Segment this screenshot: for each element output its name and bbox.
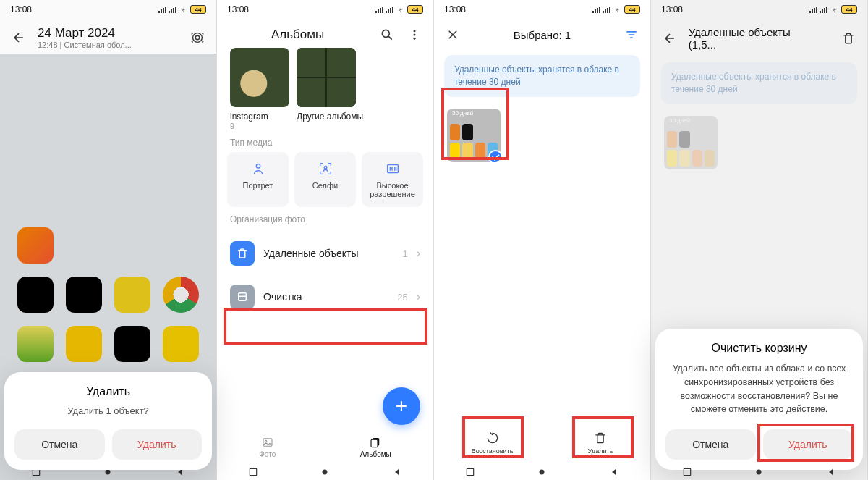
org-cleanup[interactable]: Очистка 25 › — [217, 275, 433, 319]
battery-icon: 44 — [190, 5, 206, 14]
tab-photos[interactable]: Фото — [259, 436, 276, 458]
org-label: Удаленные объекты — [263, 248, 393, 259]
battery-icon: 44 — [407, 5, 423, 14]
battery-icon: 44 — [624, 5, 640, 14]
svg-point-7 — [414, 38, 416, 40]
panel-delete-photo: 13:08 44 24 Март 2024 12:48 | Системная … — [0, 0, 217, 480]
nav-recent-icon[interactable] — [248, 467, 258, 477]
svg-point-5 — [414, 30, 416, 32]
nav-back-icon[interactable] — [826, 467, 836, 477]
nav-bar — [651, 464, 867, 480]
media-highres[interactable]: Высокое разрешение — [362, 152, 423, 207]
album-name: instagram — [230, 111, 289, 122]
media-portrait[interactable]: Портрет — [227, 152, 289, 207]
tab-albums[interactable]: Альбомы — [360, 436, 391, 458]
back-icon[interactable] — [10, 29, 27, 46]
deleted-thumbnail[interactable]: 30 дней — [447, 109, 501, 162]
svg-point-0 — [193, 33, 203, 43]
media-selfie[interactable]: Селфи — [294, 152, 356, 207]
signal-icon — [809, 7, 817, 13]
header: Выбрано: 1 — [434, 19, 650, 48]
header: Альбомы — [217, 19, 433, 48]
trash-icon[interactable] — [840, 30, 857, 47]
dialog-title: Удалить — [14, 385, 202, 398]
thumb-title: 30 дней — [450, 109, 498, 122]
battery-icon: 44 — [841, 5, 857, 14]
svg-point-8 — [256, 164, 260, 169]
nav-recent-icon[interactable] — [682, 467, 692, 477]
nav-back-icon[interactable] — [392, 467, 402, 477]
panel-albums: 13:08 44 Альбомы instagram 9 Другие альб… — [217, 0, 434, 480]
page-title: Удаленные объекты (1,5... — [689, 26, 820, 51]
org-count: 1 — [402, 248, 407, 259]
filter-icon[interactable] — [623, 26, 640, 43]
cancel-button[interactable]: Отмена — [14, 429, 105, 460]
nav-bar — [434, 464, 650, 480]
svg-point-21 — [757, 470, 762, 475]
checkmark-icon — [488, 150, 501, 162]
delete-button[interactable]: Удалить — [112, 429, 203, 460]
nav-home-icon[interactable] — [537, 467, 547, 477]
signal-icon — [592, 7, 600, 13]
close-icon[interactable] — [444, 26, 461, 43]
header-date: 24 Март 2024 — [38, 26, 132, 41]
add-button[interactable]: + — [383, 387, 420, 425]
section-organization: Организация фото — [217, 207, 433, 229]
lens-icon[interactable] — [189, 29, 206, 46]
trash-icon — [230, 241, 255, 266]
signal-icon — [169, 7, 176, 13]
album-item-other[interactable]: Другие альбомы — [297, 48, 363, 130]
nav-bar — [217, 464, 433, 480]
svg-rect-18 — [467, 468, 473, 475]
status-bar: 13:08 44 — [434, 0, 650, 19]
dialog-title: Очистить корзину — [665, 342, 853, 355]
signal-icon — [603, 7, 610, 13]
search-icon[interactable] — [378, 26, 396, 43]
delete-button[interactable]: Удалить — [763, 429, 854, 460]
svg-point-9 — [324, 166, 327, 169]
wifi-icon — [396, 6, 405, 13]
dialog-body: Удалить все объекты из облака и со всех … — [670, 362, 848, 416]
clear-trash-dialog: Очистить корзину Удалить все объекты из … — [655, 329, 863, 470]
status-time: 13:08 — [444, 4, 466, 14]
status-time: 13:08 — [10, 4, 32, 14]
header-subtitle: 12:48 | Системная обол... — [38, 41, 132, 49]
svg-rect-20 — [684, 468, 690, 475]
nav-back-icon[interactable] — [609, 467, 619, 477]
status-time: 13:08 — [661, 4, 683, 14]
delete-dialog: Удалить Удалить 1 объект? Отмена Удалить — [4, 372, 212, 470]
status-time: 13:08 — [227, 4, 249, 14]
back-icon[interactable] — [661, 30, 678, 47]
more-icon[interactable] — [406, 26, 423, 43]
signal-icon — [375, 7, 383, 13]
action-bar: Восстановить Удалить — [434, 421, 650, 464]
tab-bar: Фото Альбомы — [217, 429, 433, 464]
header: Удаленные объекты (1,5... — [651, 19, 867, 55]
album-name: Другие альбомы — [297, 111, 363, 122]
page-title: Альбомы — [271, 28, 324, 42]
selection-title: Выбрано: 1 — [514, 29, 571, 41]
signal-icon — [158, 7, 166, 13]
cloud-notice: Удаленные объекты хранятся в облаке в те… — [444, 55, 640, 97]
section-media-type: Тип медиа — [217, 130, 433, 152]
status-bar: 13:08 44 — [217, 0, 433, 19]
album-item[interactable]: instagram 9 — [230, 48, 289, 130]
albums-row: instagram 9 Другие альбомы — [217, 48, 433, 130]
svg-rect-16 — [250, 468, 256, 475]
svg-point-17 — [323, 470, 328, 475]
wifi-icon — [830, 6, 839, 13]
org-label: Очистка — [263, 291, 388, 303]
nav-home-icon[interactable] — [320, 467, 330, 477]
nav-recent-icon[interactable] — [465, 467, 475, 477]
signal-icon — [820, 7, 827, 13]
svg-point-4 — [382, 30, 389, 37]
restore-button[interactable]: Восстановить — [472, 431, 514, 455]
panel-selected: 13:08 44 Выбрано: 1 Удаленные объекты хр… — [434, 0, 651, 480]
cancel-button[interactable]: Отмена — [665, 429, 756, 460]
delete-button[interactable]: Удалить — [588, 431, 613, 455]
wifi-icon — [613, 6, 622, 13]
nav-home-icon[interactable] — [754, 467, 764, 477]
signal-icon — [386, 7, 393, 13]
wifi-icon — [179, 6, 188, 13]
org-deleted-items[interactable]: Удаленные объекты 1 › — [217, 232, 433, 275]
